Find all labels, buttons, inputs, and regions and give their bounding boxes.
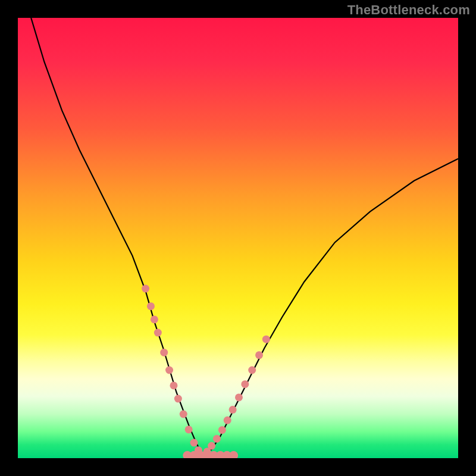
bead-marker [248,367,256,374]
bead-marker [151,315,158,323]
bead-marker [262,336,270,343]
bead-marker [229,451,238,458]
bead-marker [165,367,173,374]
bead-marker [241,380,249,388]
bead-marker [170,381,177,389]
bead-marker [224,416,231,424]
bead-markers [142,285,270,458]
bead-marker [218,426,226,434]
bead-marker [213,435,221,443]
bead-marker [174,395,182,403]
bead-marker [160,349,168,356]
curve-right-branch [203,159,458,456]
chart-stage: TheBottleneck.com [0,0,476,476]
bead-marker [142,285,149,293]
bead-marker [229,406,237,414]
curve-layer [18,18,458,458]
bead-marker [154,329,162,337]
watermark-text: TheBottleneck.com [347,2,470,18]
bead-marker [190,439,198,447]
bead-marker [147,302,155,310]
curve-left-branch [31,18,203,456]
bead-marker [235,393,243,401]
plot-gradient-area [18,18,458,458]
bead-marker [208,442,215,450]
bead-marker [185,425,193,433]
bead-marker [180,411,187,418]
bead-marker [255,351,263,359]
